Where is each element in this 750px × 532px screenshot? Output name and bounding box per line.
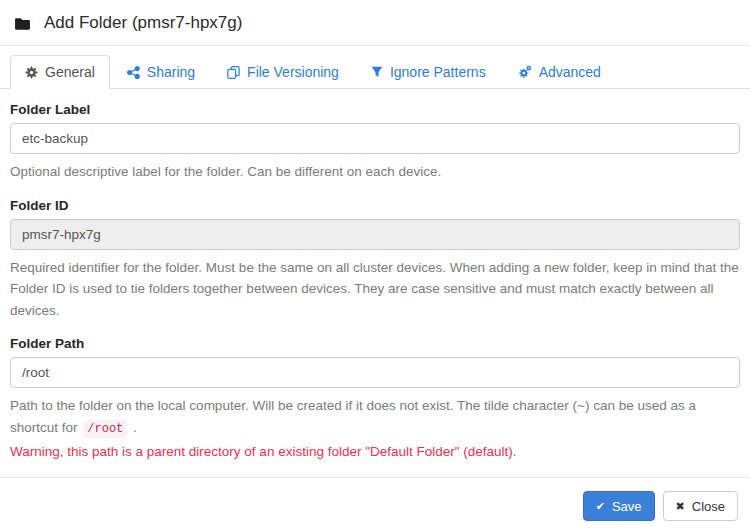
save-button-label: Save: [612, 500, 642, 513]
tab-file-versioning[interactable]: File Versioning: [212, 55, 354, 89]
folder-label-help: Optional descriptive label for the folde…: [10, 161, 740, 183]
folder-path-code: /root: [83, 420, 127, 438]
folder-path-input[interactable]: [10, 357, 740, 388]
folder-id-input: [10, 219, 740, 250]
gear-icon: [25, 66, 38, 79]
dialog-footer: ✔ Save ✖ Close: [0, 477, 750, 532]
folder-path-help: Path to the folder on the local computer…: [10, 395, 740, 439]
folder-id-label: Folder ID: [10, 198, 740, 213]
general-tab-panel: Folder Label Optional descriptive label …: [0, 89, 750, 477]
gears-icon: [518, 65, 532, 79]
tab-label: General: [45, 64, 95, 80]
tab-label: Advanced: [539, 64, 601, 80]
tab-general[interactable]: General: [10, 55, 110, 89]
close-button[interactable]: ✖ Close: [663, 491, 738, 521]
tab-label: Ignore Patterns: [390, 64, 486, 80]
check-icon: ✔: [596, 501, 605, 512]
folder-label-input[interactable]: [10, 123, 740, 154]
dialog-title: Add Folder (pmsr7-hpx7g): [44, 13, 242, 33]
folder-path-warning: Warning, this path is a parent directory…: [10, 442, 740, 462]
close-button-label: Close: [692, 500, 725, 513]
tab-sharing[interactable]: Sharing: [112, 55, 210, 89]
folder-id-help: Required identifier for the folder. Must…: [10, 257, 740, 322]
tab-advanced[interactable]: Advanced: [503, 55, 616, 89]
copy-icon: [227, 66, 240, 79]
save-button[interactable]: ✔ Save: [583, 491, 655, 521]
folder-path-label: Folder Path: [10, 336, 740, 351]
folder-id-group: Folder ID Required identifier for the fo…: [10, 198, 740, 322]
tab-ignore-patterns[interactable]: Ignore Patterns: [356, 55, 501, 89]
share-icon: [127, 66, 140, 79]
folder-path-group: Folder Path Path to the folder on the lo…: [10, 336, 740, 462]
folder-label-label: Folder Label: [10, 102, 740, 117]
tab-bar: General Sharing: [0, 46, 750, 89]
folder-path-help-period: .: [129, 420, 137, 435]
tab-label: File Versioning: [247, 64, 339, 80]
tab-label: Sharing: [147, 64, 195, 80]
folder-icon: [14, 15, 31, 32]
folder-label-group: Folder Label Optional descriptive label …: [10, 102, 740, 183]
filter-icon: [371, 66, 383, 78]
x-icon: ✖: [676, 501, 685, 512]
dialog-header: Add Folder (pmsr7-hpx7g): [0, 0, 750, 46]
add-folder-dialog: Add Folder (pmsr7-hpx7g) General: [0, 0, 750, 532]
